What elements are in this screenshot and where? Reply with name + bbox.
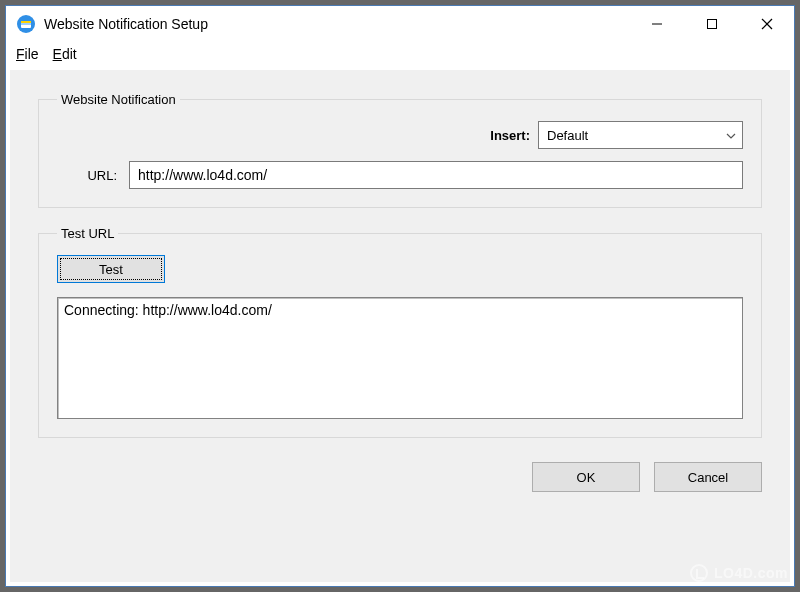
titlebar[interactable]: Website Notification Setup <box>6 6 794 42</box>
insert-select[interactable]: Default <box>538 121 743 149</box>
window-controls <box>629 6 794 42</box>
close-button[interactable] <box>739 6 794 42</box>
url-input[interactable]: http://www.lo4d.com/ <box>129 161 743 189</box>
app-window: Website Notification Setup File Edit Web… <box>5 5 795 587</box>
test-button[interactable]: Test <box>57 255 165 283</box>
test-log-line: Connecting: http://www.lo4d.com/ <box>64 302 272 318</box>
url-label: URL: <box>57 168 117 183</box>
insert-select-value: Default <box>547 128 588 143</box>
test-button-label: Test <box>99 262 123 277</box>
group-website-notification-legend: Website Notification <box>57 92 180 107</box>
menu-edit[interactable]: Edit <box>53 46 77 62</box>
chevron-down-icon <box>726 130 736 141</box>
test-log[interactable]: Connecting: http://www.lo4d.com/ <box>57 297 743 419</box>
cancel-button[interactable]: Cancel <box>654 462 762 492</box>
group-test-url-legend: Test URL <box>57 226 118 241</box>
client-area: Website Notification Insert: Default URL… <box>10 70 790 582</box>
dialog-footer: OK Cancel <box>38 456 762 492</box>
ok-button-label: OK <box>577 470 596 485</box>
insert-label: Insert: <box>490 128 530 143</box>
group-website-notification: Website Notification Insert: Default URL… <box>38 92 762 208</box>
minimize-button[interactable] <box>629 6 684 42</box>
app-icon <box>16 14 36 34</box>
menu-file[interactable]: File <box>16 46 39 62</box>
maximize-button[interactable] <box>684 6 739 42</box>
menubar: File Edit <box>6 42 794 66</box>
svg-rect-2 <box>21 21 31 23</box>
menu-edit-rest: dit <box>62 46 77 62</box>
svg-rect-5 <box>707 20 716 29</box>
url-input-value: http://www.lo4d.com/ <box>138 167 267 183</box>
cancel-button-label: Cancel <box>688 470 728 485</box>
ok-button[interactable]: OK <box>532 462 640 492</box>
menu-file-rest: ile <box>25 46 39 62</box>
group-test-url: Test URL Test Connecting: http://www.lo4… <box>38 226 762 438</box>
svg-rect-3 <box>21 24 31 25</box>
window-title: Website Notification Setup <box>44 16 629 32</box>
